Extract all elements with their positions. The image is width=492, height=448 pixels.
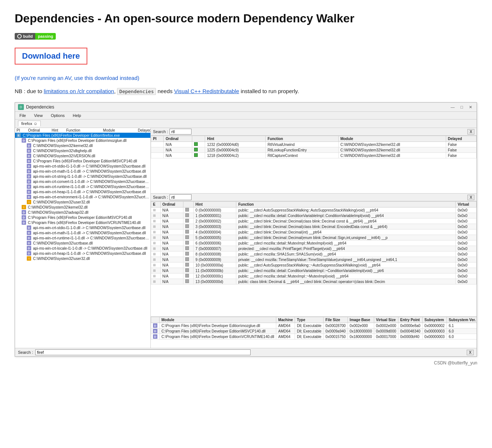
tree-item[interactable]: Dapi-ms-win-crt-heap-l1-1-0.dll -> C:\WI… — [15, 189, 150, 194]
export-row[interactable]: ⊞ N/A 0 (0x00000000) public: __cdecl Aut… — [151, 208, 477, 213]
module-row[interactable]: D C:\Program Files (x86)\Firefox Develop… — [151, 328, 477, 334]
close-button[interactable]: ✕ — [467, 104, 474, 110]
cell-function: RtlVirtualUnwind — [266, 142, 338, 147]
tree-item[interactable]: Dapi-ms-win-crt-stdio-l1-1-0.dll -> C:\W… — [15, 225, 150, 230]
bottom-search-bar: Search : X — [15, 348, 477, 356]
export-row[interactable]: ⊞ N/A 7 (0x00000007) protected: __cdecl … — [151, 246, 477, 251]
cell-hint: 1 (0x00000001) — [193, 213, 236, 219]
cell-hint: 1218 (0x000004c2) — [205, 153, 266, 158]
tree-item[interactable]: DC:\Program Files (x86)\Firefox Develope… — [15, 215, 150, 220]
cell-virtual: 0x0x0 — [456, 251, 477, 257]
cell-color — [183, 229, 193, 235]
status-indicator — [194, 142, 198, 146]
tree-item[interactable]: Dapi-ms-win-crt-convert-l1-1-0.dll -> C:… — [15, 179, 150, 184]
cell-color — [183, 268, 193, 273]
tree-item[interactable]: DC:\WINDOWS\system32\VERSION.dll — [15, 153, 150, 158]
menu-help[interactable]: Help — [71, 113, 83, 118]
tree-item-icon: D — [27, 169, 31, 173]
badge-build-label: build — [23, 34, 33, 38]
tree-item[interactable]: Dapi-ms-win-crt-math-l1-1-0.dll -> C:\WI… — [15, 230, 150, 235]
export-row[interactable]: ⊞ N/A 13 (0x0000000d) public: class blin… — [151, 279, 477, 284]
tree-item[interactable]: !C:\WINDOWS\system32\user32.dll — [15, 199, 150, 205]
search-clear-button[interactable]: X — [467, 350, 474, 355]
tree-item[interactable]: DC:\WINDOWS\system32\ucrtbase.dll — [15, 240, 150, 246]
tree-item[interactable]: !C:\WINDOWS\system32\kernel32.dll — [15, 205, 150, 210]
nb-link2[interactable]: Visual C++ Redistributable — [174, 88, 239, 94]
import-row[interactable]: N/A 1218 (0x000004c2) RtlCaptureContext … — [151, 153, 477, 158]
export-row[interactable]: ⊞ N/A 9 (0x00000009) private: __cdecl mo… — [151, 257, 477, 262]
cell-ordinal: N/A — [164, 142, 192, 147]
tree-item[interactable]: !C:\WINDOWS\system32\user32.dll — [15, 256, 150, 261]
menu-view[interactable]: View — [33, 113, 44, 118]
tree-item[interactable]: Dapi-ms-win-crt-runtime-l1-1-0.dll -> C:… — [15, 235, 150, 240]
tree-item-label: api-ms-win-crt-environment-l1-1-0.dll ->… — [33, 195, 149, 199]
tree-item[interactable]: Dapi-ms-win-crt-heap-l1-1-0.dll -> C:\WI… — [15, 251, 150, 256]
tree-item[interactable]: DC:\Program Files (x86)\Firefox Develope… — [15, 220, 150, 225]
module-row[interactable]: D C:\Program Files (x86)\Firefox Develop… — [151, 334, 477, 339]
tree-col-hint: Hint — [52, 128, 58, 132]
cell-color — [183, 224, 193, 229]
cell-hint: 9 (0x00000009) — [193, 257, 236, 262]
tree-item-icon: D — [27, 246, 31, 250]
export-row[interactable]: ⊞ N/A 1 (0x00000001) public: __cdecl moz… — [151, 213, 477, 219]
tree-item[interactable]: Dapi-ms-win-crt-string-l1-1-0.dll -> C:\… — [15, 174, 150, 179]
download-link[interactable]: Download here — [22, 51, 80, 60]
mod-col-filesize: File Size — [324, 317, 348, 323]
menu-options[interactable]: Options — [49, 113, 66, 118]
export-row[interactable]: ⊞ N/A 2 (0x00000002) public: __cdecl bli… — [151, 219, 477, 224]
cell-ordinal: N/A — [160, 251, 183, 257]
export-row[interactable]: ⊞ N/A 12 (0x0000000c) public: __cdecl mo… — [151, 273, 477, 279]
export-search-input[interactable] — [170, 194, 192, 200]
tree-item[interactable]: Dapi-ms-win-crt-math-l1-1-0.dll -> C:\WI… — [15, 169, 150, 174]
cell-function: public: class blink::Decimal & __ptr64 _… — [236, 279, 456, 284]
tree-item[interactable]: DC:\Program Files (x86)\Firefox Develope… — [15, 138, 150, 143]
minimize-button[interactable]: — — [449, 104, 456, 110]
cell-virtual: 0x0x0 — [456, 235, 477, 240]
import-search-clear[interactable]: X — [467, 129, 474, 135]
import-row[interactable]: N/A 1225 (0x000004c9) RtlLookupFunctionE… — [151, 147, 477, 153]
restore-button[interactable]: □ — [459, 104, 464, 110]
export-row[interactable]: ⊞ N/A 5 (0x00000005) public: __cdecl bli… — [151, 235, 477, 240]
module-icon: D — [153, 329, 157, 333]
menu-file[interactable]: File — [18, 113, 28, 118]
import-row[interactable]: N/A 1232 (0x000004d0) RtlVirtualUnwind C… — [151, 142, 477, 147]
search-input[interactable] — [35, 349, 251, 355]
cell-virtual: 0x0x0 — [456, 246, 477, 251]
titlebar: D Dependencies — □ ✕ — [15, 103, 477, 112]
tree-col-delayed: Delayed — [138, 128, 150, 132]
tree-item-label: api-ms-win-crt-convert-l1-1-0.dll -> C:\… — [33, 180, 149, 184]
export-row[interactable]: ⊞ N/A 11 (0x0000000b) public: __cdecl mo… — [151, 268, 477, 273]
tab-bar: firefox ☺ — [15, 120, 477, 128]
cell-e: ⊞ — [151, 219, 161, 224]
cell-hint: 7 (0x00000007) — [193, 246, 236, 251]
cell-hint: 12 (0x0000000c) — [193, 273, 236, 279]
export-status-indicator — [185, 224, 189, 228]
export-search-clear[interactable]: X — [467, 195, 474, 200]
tree-item[interactable]: DC:\Program Files (x86)\Firefox Develope… — [15, 158, 150, 164]
import-search-input[interactable] — [170, 129, 192, 135]
tree-item-icon: D — [27, 251, 31, 256]
tree-item[interactable]: EC:\Program Files (x86)\Firefox Develope… — [15, 133, 150, 138]
tree-item[interactable]: Dapi-ms-win-crt-locale-l1-1-0.dll -> C:\… — [15, 246, 150, 251]
tree-item-label: api-ms-win-crt-string-l1-1-0.dll -> C:\W… — [33, 175, 147, 179]
cell-e: ⊞ — [151, 268, 161, 273]
export-row[interactable]: ⊞ N/A 3 (0x00000003) public: __cdecl bli… — [151, 224, 477, 229]
cell-function: public: __cdecl blink::Decimal::Decimal(… — [236, 229, 456, 235]
export-row[interactable]: ⊞ N/A 8 (0x00000008) public: __cdecl moz… — [151, 251, 477, 257]
tab-firefox[interactable]: firefox ☺ — [18, 121, 41, 126]
export-row[interactable]: ⊞ N/A 10 (0x0000000a) public: __cdecl Au… — [151, 262, 477, 268]
tree-item[interactable]: Dapi-ms-win-crt-stdio-l1-1-0.dll -> C:\W… — [15, 164, 150, 169]
module-row[interactable]: D C:\Program Files (x86)\Firefox Develop… — [151, 323, 477, 328]
tree-item[interactable]: DC:\WINDOWS\system32\dbghelp.dll — [15, 148, 150, 153]
cell-subsysver: 6.0 — [447, 334, 477, 339]
cell-hint: 4 (0x00000004) — [193, 229, 236, 235]
nb-link1[interactable]: limitations on /clr compilation — [44, 88, 114, 94]
tree-item[interactable]: Dapi-ms-win-crt-environment-l1-1-0.dll -… — [15, 194, 150, 199]
export-row[interactable]: ⊞ N/A 6 (0x00000006) public: __cdecl moz… — [151, 240, 477, 246]
tree-item[interactable]: DC:\WINDOWS\system32\advapi32.dll — [15, 210, 150, 215]
tree-item[interactable]: DC:\WINDOWS\system32\kernel32.dll — [15, 143, 150, 148]
exp-col-function: Function — [236, 202, 456, 208]
export-row[interactable]: ⊞ N/A 4 (0x00000004) public: __cdecl bli… — [151, 229, 477, 235]
tree-item-icon: D — [27, 241, 31, 245]
tree-item[interactable]: Dapi-ms-win-crt-runtime-l1-1-0.dll -> C:… — [15, 184, 150, 189]
